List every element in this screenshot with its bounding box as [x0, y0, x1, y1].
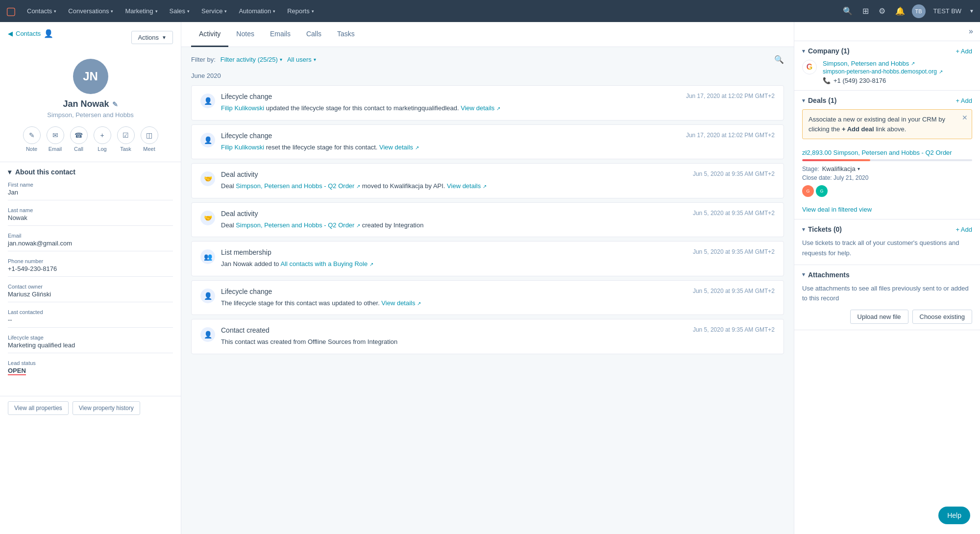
activity-title: List membership [221, 248, 271, 256]
property-divider [8, 225, 173, 226]
activity-deal-link[interactable]: Simpson, Petersen and Hobbs - Q2 Order ↗ [236, 221, 360, 229]
collapse-sidebar-button[interactable]: » [969, 27, 973, 36]
about-header[interactable]: ▾ About this contact [8, 168, 173, 176]
company-add-button[interactable]: + Add [956, 48, 972, 55]
call-icon: ☎ [70, 126, 88, 144]
search-activity-button[interactable]: 🔍 [774, 55, 784, 64]
user-name[interactable]: TEST BW [930, 7, 966, 15]
property-value: +1-549-230-8176 [8, 265, 173, 272]
deal-name[interactable]: zł2,893.00 Simpson, Petersen and Hobbs -… [802, 149, 972, 156]
marketplace-icon[interactable]: ⊞ [859, 3, 872, 19]
back-to-contacts[interactable]: ◀ Contacts 👤 [8, 29, 53, 38]
company-url-link[interactable]: simpson-petersen-and-hobbs.demospot.org … [823, 68, 972, 75]
deal-note: Associate a new or existing deal in your… [802, 109, 972, 139]
about-chevron-icon: ▾ [8, 168, 11, 176]
contact-company: Simpson, Petersen and Hobbs [47, 111, 133, 119]
deal-stage-button[interactable]: Kwalifikacja ▾ [822, 165, 860, 172]
nav-item-reports[interactable]: Reports▾ [281, 0, 320, 22]
meet-icon: ◫ [141, 126, 158, 144]
settings-icon[interactable]: ⚙ [876, 3, 888, 19]
nav-chevron-marketing-icon: ▾ [155, 9, 158, 14]
actions-label: Actions [138, 34, 159, 41]
notifications-icon[interactable]: 🔔 [892, 3, 908, 19]
edit-icon[interactable]: ✎ [112, 100, 118, 108]
nav-item-contacts[interactable]: Contacts▾ [21, 0, 62, 22]
property-label: Lifecycle stage [8, 335, 173, 340]
view-all-properties-button[interactable]: View all properties [8, 401, 69, 415]
property-label: Last name [8, 207, 173, 213]
tickets-section-title[interactable]: ▾ Tickets (0) [802, 225, 842, 233]
activity-desc: This contact was created from Offline So… [221, 337, 775, 347]
company-link-icon: ↗ [911, 61, 915, 66]
nav-item-automation[interactable]: Automation▾ [233, 0, 281, 22]
activity-title: Lifecycle change [221, 288, 272, 295]
email-icon: ✉ [47, 126, 64, 144]
attachments-section-title[interactable]: ▾ Attachments [802, 271, 850, 279]
stage-label: Stage: [802, 166, 819, 172]
activity-card-lm1: 👥 List membership Jun 5, 2020 at 9:35 AM… [191, 241, 784, 276]
view-property-history-button[interactable]: View property history [73, 401, 140, 415]
deal-note-close-button[interactable]: ✕ [962, 114, 968, 121]
nav-item-marketing[interactable]: Marketing▾ [119, 0, 163, 22]
activity-list-link[interactable]: All contacts with a Buying Role ↗ [280, 260, 373, 267]
upload-new-file-button[interactable]: Upload new file [850, 310, 908, 324]
activity-time: Jun 17, 2020 at 12:02 PM GMT+2 [686, 132, 775, 139]
deal-avatar-2: G [816, 185, 828, 197]
activity-time: Jun 5, 2020 at 9:35 AM GMT+2 [693, 326, 775, 333]
view-details-link[interactable]: View details ↗ [447, 182, 487, 190]
tickets-chevron-icon: ▾ [802, 226, 805, 233]
deals-chevron-icon: ▾ [802, 97, 805, 104]
property-value: Mariusz Gliński [8, 291, 173, 298]
tab-activity[interactable]: Activity [191, 22, 228, 47]
call-label: Call [74, 146, 83, 152]
view-deal-link[interactable]: View deal in filtered view [802, 206, 972, 213]
deals-add-button[interactable]: + Add [956, 97, 972, 104]
search-icon-nav[interactable]: 🔍 [840, 3, 856, 19]
property-contact-owner: Contact ownerMariusz Gliński [8, 284, 173, 302]
deals-section-title[interactable]: ▾ Deals (1) [802, 97, 836, 104]
view-details-link[interactable]: View details ↗ [379, 144, 419, 151]
activity-card-da1: 🤝 Deal activity Jun 5, 2020 at 9:35 AM G… [191, 163, 784, 198]
email-action-button[interactable]: ✉ Email [47, 126, 64, 152]
lead-status-value: OPEN [8, 367, 26, 375]
activity-deal-link[interactable]: Simpson, Petersen and Hobbs - Q2 Order ↗ [236, 182, 360, 190]
property-value: jan.nowak@gmail.com [8, 240, 173, 247]
company-name-link[interactable]: Simpson, Petersen and Hobbs ↗ [823, 60, 972, 67]
tab-calls[interactable]: Calls [298, 22, 329, 47]
property-lead-status: Lead statusOPEN [8, 360, 173, 375]
nav-item-sales[interactable]: Sales▾ [164, 0, 196, 22]
tab-tasks[interactable]: Tasks [329, 22, 363, 47]
tab-notes[interactable]: Notes [228, 22, 262, 47]
attachments-description: Use attachments to see all files previou… [802, 284, 972, 304]
meet-action-button[interactable]: ◫ Meet [141, 126, 158, 152]
activity-title: Lifecycle change [221, 132, 272, 140]
contact-name: Jan Nowak ✎ [63, 99, 118, 109]
log-action-button[interactable]: + Log [94, 126, 111, 152]
nav-item-service[interactable]: Service▾ [196, 0, 233, 22]
note-action-button[interactable]: ✎ Note [23, 126, 41, 152]
hubspot-logo[interactable]: ▢ [6, 5, 16, 18]
task-action-button[interactable]: ☑ Task [117, 126, 135, 152]
activity-card-cc1: 👤 Contact created Jun 5, 2020 at 9:35 AM… [191, 319, 784, 354]
help-button[interactable]: Help [938, 507, 970, 524]
view-details-link[interactable]: View details ↗ [381, 299, 421, 307]
choose-existing-button[interactable]: Choose existing [912, 310, 973, 324]
nav-chevron-conversations-icon: ▾ [111, 9, 113, 14]
all-users-filter-button[interactable]: All users ▾ [287, 56, 316, 63]
filter-activity-button[interactable]: Filter activity (25/25) ▾ [220, 56, 282, 63]
user-chevron-icon: ▼ [969, 8, 974, 14]
company-logo: G [802, 60, 818, 75]
view-details-link[interactable]: View details ↗ [461, 104, 500, 112]
property-value: -- [8, 316, 173, 323]
call-action-button[interactable]: ☎ Call [70, 126, 88, 152]
activity-link[interactable]: Filip Kulikowski [221, 104, 264, 112]
activity-type-icon: 👥 [200, 249, 215, 264]
activity-link[interactable]: Filip Kulikowski [221, 144, 264, 151]
tickets-add-button[interactable]: + Add [956, 226, 972, 233]
property-label: First name [8, 182, 173, 188]
avatar[interactable]: TB [912, 4, 926, 18]
nav-item-conversations[interactable]: Conversations▾ [62, 0, 119, 22]
tab-emails[interactable]: Emails [262, 22, 298, 47]
actions-button[interactable]: Actions ▼ [131, 31, 173, 44]
company-section-title[interactable]: ▾ Company (1) [802, 47, 850, 55]
